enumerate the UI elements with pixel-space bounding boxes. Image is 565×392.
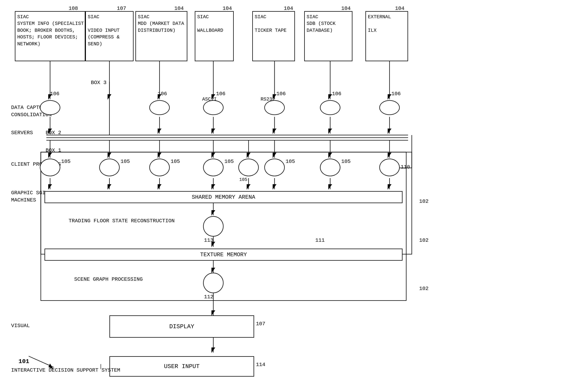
shared-memory-label: SHARED MEMORY ARENA (192, 194, 255, 200)
ref-104a: 104 (174, 6, 184, 11)
box2-tag: BOX 2 (46, 130, 61, 136)
ref-106-e3: 106 (158, 91, 167, 97)
ref-104c: 104 (284, 6, 293, 11)
ellipse-cp-5 (238, 159, 259, 176)
texture-memory: TEXTURE MEMORY (44, 249, 402, 261)
ref-102a: 102 (419, 198, 428, 204)
ellipse-cp-7 (320, 159, 340, 176)
ellipse-cp-2 (99, 159, 120, 176)
diagram: SIAC SYSTEM INFO (SPECIALIST BOOK; BROKE… (0, 0, 565, 392)
siac-mdd-label: SIAC MDD (MARKET DATA DISTRIBUTION) (138, 14, 184, 34)
ref-106-e7: 106 (391, 91, 401, 97)
svg-line-45 (29, 356, 54, 367)
ellipse-cp-3 (149, 159, 170, 176)
ref-102c: 102 (419, 286, 428, 292)
ellipse-cp-4 (203, 159, 223, 176)
box3-tag: BOX 3 (91, 80, 107, 85)
ref-102b: 102 (419, 238, 428, 243)
ref-107b: 107 (256, 321, 265, 327)
ref-104d: 104 (341, 6, 351, 11)
visual-label: VISUAL (11, 323, 30, 329)
ref-101: 101 (19, 358, 29, 365)
display-label: DISPLAY (169, 323, 194, 330)
ref-107a: 107 (117, 6, 126, 11)
ellipse-dc-4 (203, 100, 223, 115)
ref-110: 110 (401, 164, 410, 170)
ellipse-cp-6 (264, 159, 285, 176)
sdb-label: SIAC SDB (STOCK DATABASE) (307, 14, 336, 34)
ellipse-dc-6 (320, 100, 340, 115)
trading-floor-label: TRADING FLOOR STATE RECONSTRUCTION (69, 218, 175, 224)
graphic-sgi-label: GRAPHIC SGI MACHINES (11, 189, 45, 204)
box-siac-system-info: SIAC SYSTEM INFO (SPECIALIST BOOK; BROKE… (15, 11, 85, 61)
box-ilx: EXTERNAL ILX (365, 11, 408, 61)
user-input-box: USER INPUT (110, 356, 254, 377)
ref-108: 108 (69, 6, 78, 11)
texture-memory-label: TEXTURE MEMORY (200, 252, 247, 258)
ref-114: 114 (256, 362, 265, 367)
display-box: DISPLAY (110, 315, 254, 338)
ticker-tape-label: SIAC TICKER TAPE (255, 14, 287, 34)
ref-105-cp7: 105 (341, 159, 351, 164)
ref-104e: 104 (395, 6, 404, 11)
box-sdb: SIAC SDB (STOCK DATABASE) (304, 11, 352, 61)
ref-105-cp4: 105 (224, 159, 234, 164)
circle-trading-floor (203, 216, 223, 237)
ellipse-dc-3 (149, 100, 170, 115)
ref-105-cp6: 105 (286, 159, 295, 164)
circle-scene-graph (203, 273, 223, 293)
ref-105-cp1: 105 (61, 159, 70, 164)
ref-104b: 104 (223, 6, 232, 11)
ref-106-e1: 106 (50, 91, 59, 97)
wallboard-label: SIAC WALLBOARD (197, 14, 223, 34)
svg-rect-42 (41, 152, 412, 254)
ref-106-e4: 106 (216, 91, 225, 97)
shared-memory-arena: SHARED MEMORY ARENA (44, 191, 402, 203)
ellipse-cp-8 (379, 159, 400, 176)
scene-graph-label: SCENE GRAPH PROCESSING (74, 276, 143, 282)
box1-tag: BOX 1 (46, 147, 61, 153)
servers-label: SERVERS (11, 130, 33, 136)
user-input-label: USER INPUT (164, 363, 200, 370)
system-label: INTERACTIVE DECISION SUPPORT SYSTEM (11, 367, 120, 373)
ellipse-dc-7 (379, 100, 400, 115)
ref-106-e6: 106 (332, 91, 341, 97)
ref-105-cp3: 105 (171, 159, 180, 164)
ref-111: 111 (315, 238, 325, 243)
ilx-label: EXTERNAL ILX (368, 14, 391, 34)
box-siac-video-input: SIAC VIDEO INPUT (COMPRESS & SEND) (85, 11, 134, 61)
ref-113: 113 (204, 238, 213, 243)
ellipse-cp-1 (40, 159, 60, 176)
ellipse-dc-1 (40, 100, 60, 115)
ellipse-dc-5 (264, 100, 285, 115)
box-ticker-tape: SIAC TICKER TAPE (252, 11, 295, 61)
box-wallboard: SIAC WALLBOARD (195, 11, 234, 61)
ref-106-e5: 106 (276, 91, 286, 97)
ref-112: 112 (204, 294, 213, 300)
ref-105-cp2: 105 (121, 159, 130, 164)
siac-system-info-label: SIAC SYSTEM INFO (SPECIALIST BOOK; BROKE… (17, 14, 84, 47)
siac-video-label: SIAC VIDEO INPUT (COMPRESS & SEND) (88, 14, 120, 47)
ref-105-cp5: 105 (239, 177, 247, 182)
box-siac-mdd: SIAC MDD (MARKET DATA DISTRIBUTION) (135, 11, 187, 61)
